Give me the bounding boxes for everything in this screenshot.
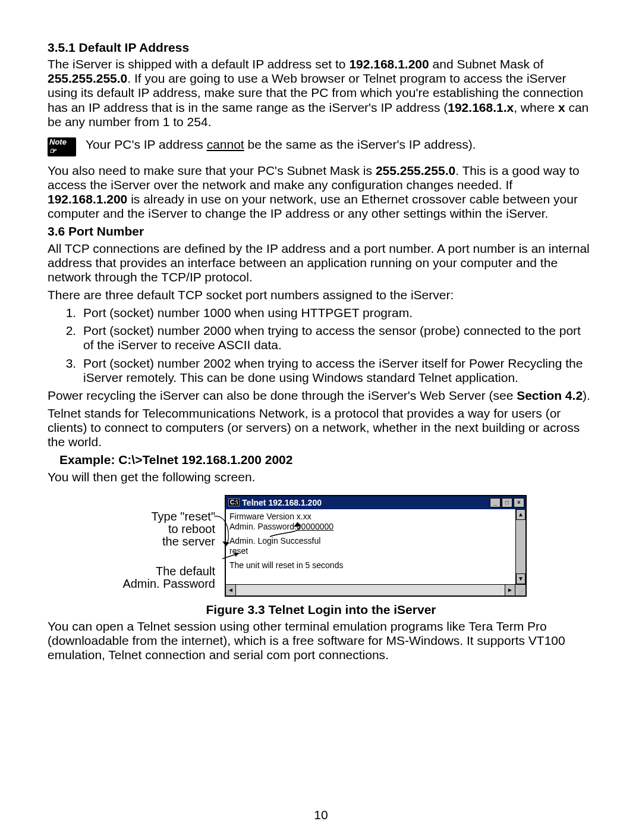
figure-caption: Figure 3.3 Telnet Login into the iServer [48, 603, 594, 617]
horizontal-scrollbar[interactable]: ◄ ► ⋰ [226, 584, 525, 595]
para-port-intro: All TCP connections are defined by the I… [48, 242, 594, 284]
text: Your PC's IP address [86, 137, 207, 151]
note-block: Note ☞ Your PC's IP address cannot be th… [48, 135, 594, 155]
maximize-button[interactable]: □ [502, 498, 512, 507]
example-command: Example: C:\>Telnet 192.168.1.200 2002 [59, 453, 594, 467]
text: You also need to make sure that your PC'… [48, 164, 376, 177]
scroll-down-icon[interactable]: ▼ [516, 573, 525, 584]
telnet-line: reset [229, 546, 512, 557]
text: be the same as the iServer's IP address)… [244, 137, 476, 151]
list-item: Port (socket) number 2002 when trying to… [80, 356, 594, 385]
figure-3-3: Type "reset" to reboot the server The de… [76, 495, 594, 597]
telnet-window-title: Telnet 192.168.1.200 [242, 498, 322, 507]
telnet-text-area[interactable]: Firmware Version x.xx Admin. Password:00… [226, 509, 515, 584]
scroll-track[interactable] [236, 585, 505, 595]
ip-default: 192.168.1.200 [349, 57, 429, 71]
para-default-ip: The iServer is shipped with a default IP… [48, 57, 594, 129]
callout-reset: Type "reset" to reboot the server [151, 510, 215, 548]
scroll-up-icon[interactable]: ▲ [516, 509, 525, 520]
close-button[interactable]: × [514, 498, 524, 507]
note-icon: Note ☞ [48, 137, 76, 155]
telnet-line: Firmware Version x.xx [229, 512, 512, 522]
para-port-list-intro: There are three default TCP socket port … [48, 288, 594, 302]
password-value: 00000000 [297, 522, 333, 531]
telnet-line: Admin. Password:00000000 [229, 522, 512, 532]
figure-callouts: Type "reset" to reboot the server The de… [76, 495, 225, 597]
heading-3-5-1: 3.5.1 Default IP Address [48, 40, 594, 55]
text: and Subnet Mask of [429, 57, 544, 71]
vertical-scrollbar[interactable]: ▲ ▼ [515, 509, 525, 584]
text: Power recycling the iServer can also be … [48, 388, 517, 402]
text: The iServer is shipped with a default IP… [48, 57, 349, 71]
section-ref: Section 4.2 [517, 388, 583, 402]
para-subnet: You also need to make sure that your PC'… [48, 164, 594, 221]
para-tera-term: You can open a Telnet session using othe… [48, 619, 594, 662]
port-list: Port (socket) number 1000 when using HTT… [48, 306, 594, 385]
minimize-button[interactable]: _ [490, 498, 501, 507]
list-item: Port (socket) number 1000 when using HTT… [80, 306, 594, 320]
note-label-text: Note [49, 137, 67, 146]
para-telnet-desc: Telnet stands for Telecommunications Net… [48, 406, 594, 449]
para-power-recycle: Power recycling the iServer can also be … [48, 388, 594, 403]
scroll-left-icon[interactable]: ◄ [226, 585, 236, 595]
heading-3-6: 3.6 Port Number [48, 224, 594, 239]
text-underlined: cannot [207, 137, 244, 151]
ip-in-use: 192.168.1.200 [48, 192, 127, 206]
subnet-default: 255.255.255.0 [48, 71, 127, 85]
telnet-titlebar: C:\ Telnet 192.168.1.200 _ □ × [226, 496, 525, 509]
text: ). [583, 388, 590, 402]
x-var: x [558, 101, 565, 114]
text: Admin. Password: [229, 522, 297, 531]
telnet-line: The unit will reset in 5 seconds [229, 560, 512, 571]
telnet-window: C:\ Telnet 192.168.1.200 _ □ × Firmware … [225, 495, 527, 597]
telnet-line: Admin. Login Successful [229, 536, 512, 547]
subnet-value: 255.255.255.0 [376, 164, 455, 177]
para-following-screen: You will then get the following screen. [48, 470, 594, 484]
note-text: Your PC's IP address cannot be the same … [86, 135, 594, 152]
text: is already in use on your network, use a… [48, 192, 578, 220]
text: , where [514, 101, 558, 114]
resize-grip-icon[interactable]: ⋰ [515, 585, 525, 595]
callout-password: The default Admin. Password [122, 565, 215, 590]
page-number: 10 [0, 808, 642, 822]
ip-range: 192.168.1.x [448, 101, 514, 114]
list-item: Port (socket) number 2000 when trying to… [80, 324, 594, 352]
scroll-right-icon[interactable]: ► [505, 585, 515, 595]
cmd-icon: C:\ [228, 499, 240, 507]
